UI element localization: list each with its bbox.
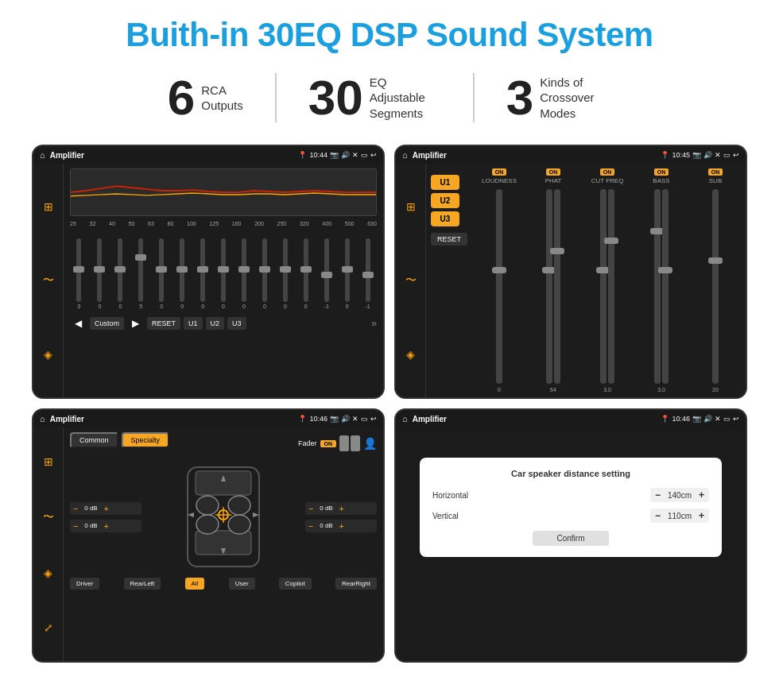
- fader-left-top-minus[interactable]: −: [73, 504, 78, 513]
- distance-vertical-label: Vertical: [432, 512, 480, 520]
- fader-common-tab[interactable]: Common: [70, 432, 118, 448]
- crossover-sidebar-wave-icon[interactable]: 〜: [405, 273, 417, 288]
- fader-bottom-row: Driver RearLeft All User Copilot RearRig…: [70, 578, 377, 590]
- crossover-screen-card: ⌂ Amplifier 📍 10:45 📷 🔊 ✕ ▭ ↩ ⊞ 〜 ◈: [394, 145, 747, 399]
- fader-time: 10:46: [309, 415, 327, 423]
- distance-vertical-minus[interactable]: −: [655, 510, 661, 521]
- crossover-sidebar-eq-icon[interactable]: ⊞: [406, 200, 416, 213]
- eq-slider-14: -1: [358, 238, 377, 309]
- fader-sidebar-wave-icon[interactable]: 〜: [43, 510, 54, 524]
- fader-right-bottom-db: − 0 dB +: [305, 520, 377, 532]
- fader-rearleft-button[interactable]: RearLeft: [124, 578, 161, 590]
- fader-back-icon[interactable]: ↩: [370, 415, 377, 423]
- distance-back-icon[interactable]: ↩: [733, 415, 739, 423]
- eq-slider-0: 0: [70, 238, 88, 309]
- bass-slider-f[interactable]: [654, 189, 661, 384]
- fader-right-bottom-plus[interactable]: +: [339, 521, 343, 531]
- fader-slider-2[interactable]: [351, 435, 360, 451]
- crossover-back-icon[interactable]: ↩: [733, 151, 739, 159]
- crossover-u3-button[interactable]: U3: [431, 211, 459, 226]
- distance-horizontal-minus[interactable]: −: [655, 489, 661, 501]
- crossover-topbar: ⌂ Amplifier 📍 10:45 📷 🔊 ✕ ▭ ↩: [396, 146, 746, 164]
- phat-slider-f[interactable]: [554, 189, 560, 384]
- eq-slider-4: 0: [153, 238, 171, 309]
- distance-dialog: Car speaker distance setting Horizontal …: [420, 458, 722, 557]
- phat-slider-g[interactable]: [546, 189, 552, 384]
- fader-right-top-minus[interactable]: −: [308, 504, 313, 513]
- fader-right-controls: − 0 dB + − 0 dB +: [305, 502, 377, 532]
- eq-home-icon[interactable]: ⌂: [40, 150, 45, 160]
- loudness-slider[interactable]: [496, 189, 502, 384]
- fader-rearright-button[interactable]: RearRight: [335, 578, 377, 590]
- fader-close-icon: ✕: [352, 415, 358, 423]
- fader-user-button[interactable]: User: [229, 578, 255, 590]
- eq-u1-button[interactable]: U1: [184, 317, 203, 330]
- crossover-home-icon[interactable]: ⌂: [402, 150, 408, 160]
- cutfreq-slider-f[interactable]: [600, 189, 607, 384]
- distance-confirm-button[interactable]: Confirm: [533, 531, 608, 546]
- fader-sidebar-vol-icon[interactable]: ◈: [44, 567, 52, 579]
- screens-grid: ⌂ Amplifier 📍 10:44 📷 🔊 ✕ ▭ ↩ ⊞ 〜 ◈: [32, 145, 747, 663]
- bass-slider-g[interactable]: [662, 189, 669, 384]
- eq-sidebar: ⊞ 〜 ◈: [33, 164, 64, 397]
- fader-right-bottom-minus[interactable]: −: [308, 521, 313, 531]
- sub-slider-g[interactable]: [712, 189, 719, 384]
- distance-title: Amplifier: [413, 415, 447, 423]
- eq-next-button[interactable]: ▶: [127, 315, 144, 331]
- eq-sidebar-vol-icon[interactable]: ◈: [44, 348, 52, 361]
- fader-left-bottom-plus[interactable]: +: [103, 521, 108, 531]
- distance-horizontal-plus[interactable]: +: [699, 489, 704, 501]
- eq-slider-13: 0: [338, 238, 356, 309]
- fader-pin-icon: 📍: [298, 415, 307, 423]
- phat-value: 64: [550, 387, 556, 393]
- distance-topbar: ⌂ Amplifier 📍 10:46 📷 🔊 ✕ ▭ ↩: [396, 410, 746, 427]
- distance-confirm-row: Confirm: [432, 531, 709, 546]
- stat-rca-number: 6: [168, 73, 195, 122]
- fader-sidebar-eq-icon[interactable]: ⊞: [44, 455, 53, 468]
- fader-right-top-plus[interactable]: +: [339, 504, 343, 513]
- eq-pin-icon: 📍: [298, 151, 307, 159]
- eq-custom-button[interactable]: Custom: [90, 317, 124, 330]
- fader-sidebar-expand-icon[interactable]: ⤢: [44, 621, 53, 634]
- cutfreq-slider-g[interactable]: [608, 189, 614, 384]
- fader-specialty-tab[interactable]: Specialty: [122, 432, 170, 448]
- crossover-cam-icon: 📷: [692, 151, 701, 159]
- fader-cam-icon: 📷: [330, 415, 339, 423]
- distance-horizontal-row: Horizontal − 140cm +: [432, 488, 709, 502]
- eq-u2-button[interactable]: U2: [206, 317, 225, 330]
- fader-left-bottom-minus[interactable]: −: [73, 521, 78, 531]
- eq-back-icon[interactable]: ↩: [370, 151, 377, 159]
- distance-home-icon[interactable]: ⌂: [402, 414, 408, 423]
- main-title: Buith-in 30EQ DSP Sound System: [32, 16, 747, 54]
- fader-on-badge: ON: [320, 440, 337, 447]
- fader-left-top-plus[interactable]: +: [103, 504, 108, 513]
- eq-slider-9: 0: [255, 238, 273, 309]
- eq-u3-button[interactable]: U3: [227, 317, 246, 330]
- crossover-sidebar-vol-icon[interactable]: ◈: [406, 348, 415, 361]
- sub-label: SUB: [709, 177, 722, 184]
- fader-copilot-button[interactable]: Copilot: [279, 578, 312, 590]
- crossover-reset-button[interactable]: RESET: [431, 233, 467, 246]
- distance-vertical-plus[interactable]: +: [699, 510, 704, 521]
- eq-sliders: 0 0 0 5 0 0 0 0 0 0 0 0 -1 0 -1: [70, 230, 377, 309]
- eq-sidebar-wave-icon[interactable]: 〜: [43, 273, 54, 288]
- crossover-u1-button[interactable]: U1: [431, 175, 459, 190]
- fader-tabs: Common Specialty: [70, 432, 169, 448]
- crossover-u2-button[interactable]: U2: [431, 193, 459, 208]
- eq-topbar: ⌂ Amplifier 📍 10:44 📷 🔊 ✕ ▭ ↩: [33, 146, 383, 164]
- eq-sidebar-eq-icon[interactable]: ⊞: [44, 200, 53, 213]
- eq-reset-button[interactable]: RESET: [147, 317, 180, 330]
- stat-rca: 6 RCAOutputs: [136, 73, 277, 122]
- eq-prev-button[interactable]: ◀: [70, 315, 87, 331]
- fader-all-button[interactable]: All: [185, 578, 205, 590]
- fader-profile-icon[interactable]: 👤: [363, 437, 377, 450]
- loudness-on-badge: ON: [492, 168, 507, 176]
- fader-right-bottom-value: 0 dB: [315, 522, 337, 529]
- fader-main-area: Common Specialty Fader ON 👤: [64, 427, 383, 661]
- eq-vol-icon: 🔊: [341, 151, 350, 159]
- fader-home-icon[interactable]: ⌂: [40, 414, 45, 423]
- fader-slider-1[interactable]: [339, 435, 349, 451]
- bass-label: BASS: [653, 177, 669, 184]
- fader-driver-button[interactable]: Driver: [70, 578, 99, 590]
- distance-rect-icon: ▭: [723, 415, 731, 423]
